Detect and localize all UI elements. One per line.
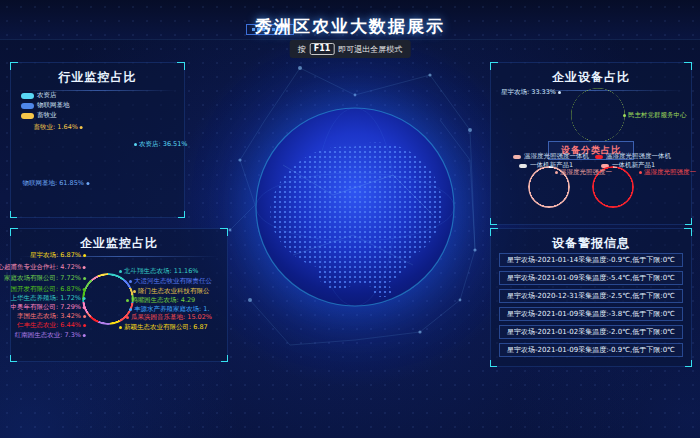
legend-label: 物联网基地: [37, 102, 70, 109]
callout-dot: [133, 290, 136, 293]
legend-swatch: [513, 155, 521, 159]
legend-label: 温湿度光照强度一体机: [524, 153, 589, 160]
alarm-row: 星宇农场-2021-01-09采集温度:-0.9℃,低于下限:0℃: [499, 343, 683, 357]
callout-text: 丰源水产养殖家庭农场: 1.: [134, 305, 209, 313]
chart-callout-label: 民主村党群服务中心: [623, 111, 687, 119]
corner-decoration: [490, 218, 497, 225]
legend-swatch: [21, 93, 34, 99]
chart-callout-label: 温湿度光照强度一: [639, 168, 696, 176]
legend-swatch: [519, 164, 527, 168]
callout-text: 中奥年有限公司: 7.29%: [11, 303, 81, 311]
alarm-row: 星宇农场-2021-01-14采集温度:-0.9℃,低于下限:0℃: [499, 253, 683, 267]
chart-callout-label: 星宇农场: 33.33%: [501, 88, 561, 96]
callout-dot: [86, 182, 89, 185]
callout-dot: [129, 308, 132, 311]
chart-callout-label: 农资店: 36.51%: [134, 140, 188, 148]
callout-dot: [83, 324, 86, 327]
legend-swatch: [21, 103, 34, 109]
legend-label: 温湿度光照强度一体机: [606, 153, 671, 160]
panel-enterprise-ratio: 企业监控占比 星宇农场: 6.87%心超甫鱼专业合作社: 4.72%家庭农场有限…: [10, 228, 228, 362]
industry-donut-chart[interactable]: [69, 138, 127, 196]
callout-dot: [83, 254, 86, 257]
callout-text: 大运河生态牧业有限责任公: [134, 277, 212, 285]
callout-dot: [83, 277, 86, 280]
chart-callout-label: 李国生态农场: 3.42%: [17, 312, 86, 320]
callout-text: 家庭农场有限公司: 7.72%: [4, 274, 81, 282]
chart-callout-label: 隆门生态农业科技有限公: [133, 287, 210, 295]
callout-dot: [623, 114, 626, 117]
legend-swatch: [21, 113, 34, 119]
callout-text: 民主村党群服务中心: [628, 111, 687, 119]
corner-decoration: [10, 211, 17, 218]
callout-text: 国开发有限公司: 6.87%: [11, 285, 81, 293]
corner-decoration: [685, 360, 692, 367]
chart-callout-label: 畜牧业: 1.64%: [34, 123, 83, 131]
device-donut-chart[interactable]: [571, 88, 625, 142]
tooltip-suffix: 即可退出全屏模式: [338, 44, 402, 55]
legend-swatch: [595, 155, 603, 159]
callout-dot: [555, 171, 558, 174]
alarm-list: 星宇农场-2021-01-14采集温度:-0.9℃,低于下限:0℃星宇农场-20…: [491, 249, 691, 357]
panel-title-device: 企业设备占比: [491, 69, 691, 86]
callout-text: 农资店: 36.51%: [139, 140, 188, 148]
tooltip-prefix: 按: [298, 44, 306, 55]
callout-dot: [83, 334, 86, 337]
callout-text: 畜牧业: 1.64%: [34, 123, 78, 131]
legend-item[interactable]: 温湿度光照强度一体机: [595, 153, 671, 160]
callout-text: 北斗翔生态农场: 11.16%: [124, 267, 199, 275]
globe: [253, 105, 457, 309]
dashboard-screen: 秀洲区农业大数据展示 按 F11 即可退出全屏模式 行业监控占比 农资店物联网基…: [0, 0, 700, 438]
industry-chart-legend: 农资店物联网基地畜牧业: [21, 89, 70, 119]
callout-dot: [80, 126, 83, 129]
callout-dot: [83, 297, 86, 300]
chart-callout-label: 上华生态养殖场: 1.72%: [11, 294, 86, 302]
callout-text: 心超甫鱼专业合作社: 4.72%: [0, 263, 81, 271]
callout-text: 鸭嘴园生态农场: 4.29: [131, 296, 195, 304]
callout-dot: [129, 280, 132, 283]
chart-callout-label: 物联网基地: 61.85%: [22, 179, 89, 187]
callout-dot: [119, 326, 122, 329]
legend-item[interactable]: 畜牧业: [21, 112, 70, 119]
callout-dot: [83, 288, 86, 291]
panel-device-ratio: 企业设备占比 设备分类占比 温湿度光照强度一体机一体机新产品1 温湿度光照强度一…: [490, 62, 692, 225]
alarm-row: 星宇农场-2021-01-09采集温度:-3.8℃,低于下限:0℃: [499, 307, 683, 321]
callout-dot: [134, 143, 137, 146]
callout-text: 新颖生态农业有限公司: 6.87: [124, 323, 208, 331]
corner-decoration: [490, 360, 497, 367]
chart-callout-label: 新颖生态农业有限公司: 6.87: [119, 323, 208, 331]
callout-text: 星宇农场: 33.33%: [501, 88, 556, 96]
alarm-row: 星宇农场-2021-01-09采集温度:-5.4℃,低于下限:0℃: [499, 271, 683, 285]
chart-callout-label: 仁丰生态农业: 6.44%: [17, 321, 86, 329]
callout-dot: [126, 316, 129, 319]
corner-decoration: [10, 355, 17, 362]
chart-callout-label: 温湿度光照强度一: [555, 168, 612, 176]
corner-decoration: [685, 218, 692, 225]
alarm-row: 星宇农场-2021-01-02采集温度:-2.0℃,低于下限:0℃: [499, 325, 683, 339]
fullscreen-tooltip: 按 F11 即可退出全屏模式: [290, 40, 411, 58]
corner-decoration: [178, 211, 185, 218]
chart-callout-label: 心超甫鱼专业合作社: 4.72%: [0, 263, 86, 271]
panel-title-enterprise: 企业监控占比: [11, 235, 227, 252]
chart-callout-label: 瓜果浜园音乐基地: 15.02%: [126, 313, 212, 321]
callout-text: 隆门生态农业科技有限公: [138, 287, 210, 295]
legend-item[interactable]: 农资店: [21, 92, 70, 99]
chart-callout-label: 红南园生态农业: 7.3%: [15, 331, 86, 339]
callout-text: 李国生态农场: 3.42%: [17, 312, 81, 320]
callout-text: 温湿度光照强度一: [560, 168, 612, 176]
legend-item[interactable]: 物联网基地: [21, 102, 70, 109]
callout-text: 星宇农场: 6.87%: [30, 251, 81, 259]
legend-item[interactable]: 温湿度光照强度一体机: [513, 153, 589, 160]
callout-text: 温湿度光照强度一: [644, 168, 696, 176]
corner-decoration: [221, 355, 228, 362]
legend-label: 畜牧业: [37, 112, 57, 119]
alarm-row: 星宇农场-2020-12-31采集温度:-2.5℃,低于下限:0℃: [499, 289, 683, 303]
legend-label: 农资店: [37, 92, 57, 99]
chart-callout-label: 北斗翔生态农场: 11.16%: [119, 267, 199, 275]
chart-callout-label: 家庭农场有限公司: 7.72%: [4, 274, 86, 282]
callout-text: 瓜果浜园音乐基地: 15.02%: [131, 313, 212, 321]
callout-dot: [126, 299, 129, 302]
callout-text: 上华生态养殖场: 1.72%: [11, 294, 81, 302]
panel-industry-ratio: 行业监控占比 农资店物联网基地畜牧业 畜牧业: 1.64%农资店: 36.51%…: [10, 62, 185, 218]
callout-text: 物联网基地: 61.85%: [22, 179, 84, 187]
chart-callout-label: 鸭嘴园生态农场: 4.29: [126, 296, 195, 304]
